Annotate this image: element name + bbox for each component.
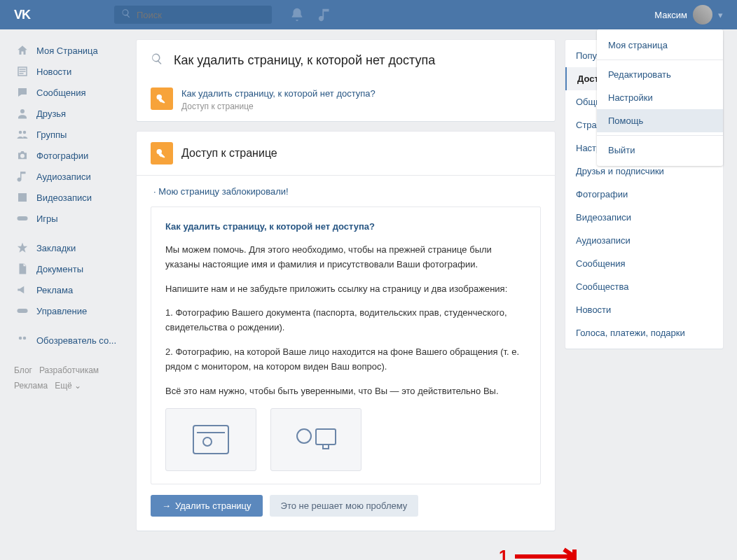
- divider: [597, 59, 723, 60]
- nav-games[interactable]: Игры: [14, 208, 126, 229]
- nav-friends[interactable]: Друзья: [14, 103, 126, 124]
- article-p5: Всё это нам нужно, чтобы быть уверенными…: [165, 384, 526, 399]
- manage-icon: [15, 304, 29, 318]
- profile-menu-trigger[interactable]: Максим ▾: [654, 5, 723, 24]
- search-icon: [121, 8, 131, 21]
- article-p4: 2. Фотографию, на которой Ваше лицо нахо…: [165, 345, 526, 374]
- dropdown-logout[interactable]: Выйти: [597, 139, 723, 162]
- nav-groups[interactable]: Группы: [14, 124, 126, 145]
- nav-news[interactable]: Новости: [14, 61, 126, 82]
- bell-icon[interactable]: [289, 7, 305, 22]
- username: Максим: [654, 10, 687, 20]
- help-search-text[interactable]: Как удалить страницу, к которой нет дост…: [174, 53, 435, 68]
- dropdown-settings[interactable]: Настройки: [597, 86, 723, 109]
- vk-logo[interactable]: VK: [14, 8, 30, 22]
- article-heading: Как удалить страницу, к которой нет дост…: [165, 220, 526, 234]
- footer-dev[interactable]: Разработчикам: [39, 365, 99, 375]
- star-icon: [15, 241, 29, 255]
- key-icon: [151, 142, 173, 164]
- nav-bookmarks[interactable]: Закладки: [14, 237, 126, 258]
- nav-my-page[interactable]: Моя Страница: [14, 40, 126, 61]
- blocked-link[interactable]: · Мою страницу заблокировали!: [153, 186, 541, 197]
- cat-photos[interactable]: Фотографии: [565, 183, 723, 206]
- delete-page-button[interactable]: →Удалить страницу: [151, 495, 263, 517]
- video-icon: [15, 190, 29, 204]
- nav-messages[interactable]: Сообщения: [14, 82, 126, 103]
- message-icon: [15, 85, 29, 99]
- key-icon: [151, 88, 173, 110]
- games-icon: [15, 211, 29, 225]
- article-p3: 1. Фотографию Вашего документа (паспорта…: [165, 306, 526, 335]
- groups-icon: [15, 127, 29, 141]
- nav-browser[interactable]: Обозреватель со...: [14, 330, 126, 351]
- home-icon: [15, 43, 29, 57]
- search-icon: [151, 52, 163, 68]
- search-card: Как удалить страницу, к которой нет дост…: [137, 40, 555, 121]
- article-p1: Мы можем помочь. Для этого необходимо, ч…: [165, 243, 526, 272]
- svg-rect-3: [316, 429, 336, 444]
- anno-arrow-1: [511, 545, 595, 560]
- article-p2: Напишите нам и не забудьте приложить ссы…: [165, 282, 526, 297]
- nav-manage[interactable]: Управление: [14, 300, 126, 321]
- nav-photos[interactable]: Фотографии: [14, 145, 126, 166]
- not-solved-button[interactable]: Это не решает мою проблему: [270, 495, 419, 517]
- top-header: VK Максим ▾: [0, 0, 737, 29]
- passport-image: [165, 408, 256, 471]
- divider: [597, 135, 723, 136]
- dropdown-edit[interactable]: Редактировать: [597, 63, 723, 86]
- document-icon: [15, 262, 29, 276]
- cat-messages[interactable]: Сообщения: [565, 252, 723, 275]
- nav-ads[interactable]: Реклама: [14, 279, 126, 300]
- left-nav: Моя Страница Новости Сообщения Друзья Гр…: [14, 40, 126, 541]
- profile-dropdown: Моя страница Редактировать Настройки Пом…: [597, 29, 723, 166]
- header-search[interactable]: [114, 6, 272, 24]
- cat-audio[interactable]: Аудиозаписи: [565, 229, 723, 252]
- section-title: Доступ к странице: [181, 147, 277, 160]
- search-input[interactable]: [137, 10, 265, 20]
- camera-icon: [15, 148, 29, 162]
- section-card: Доступ к странице · Мою страницу заблоки…: [137, 132, 555, 531]
- people-icon: [15, 333, 29, 347]
- avatar: [693, 5, 712, 24]
- result-sub: Доступ к странице: [181, 102, 376, 111]
- friends-icon: [15, 106, 29, 120]
- news-icon: [15, 64, 29, 78]
- svg-point-1: [203, 438, 212, 446]
- cat-payments[interactable]: Голоса, платежи, подарки: [565, 321, 723, 344]
- audio-icon: [15, 169, 29, 183]
- search-result[interactable]: Как удалить страницу, к которой нет дост…: [137, 80, 555, 121]
- svg-point-2: [297, 429, 311, 443]
- megaphone-icon: [15, 283, 29, 297]
- footer-more[interactable]: Ещё ⌄: [55, 381, 81, 391]
- cat-video[interactable]: Видеозаписи: [565, 206, 723, 229]
- anno-num-1: 1: [499, 547, 508, 560]
- selfie-monitor-image: [270, 408, 361, 471]
- dropdown-my-page[interactable]: Моя страница: [597, 34, 723, 57]
- nav-documents[interactable]: Документы: [14, 258, 126, 279]
- footer-blog[interactable]: Блог: [14, 365, 32, 375]
- music-icon[interactable]: [317, 7, 333, 22]
- header-icons: [289, 7, 333, 22]
- cat-communities[interactable]: Сообщества: [565, 275, 723, 298]
- article: Как удалить страницу, к которой нет дост…: [151, 206, 541, 484]
- chevron-down-icon: ▾: [718, 10, 723, 20]
- footer-ads[interactable]: Реклама: [14, 381, 48, 391]
- nav-audio[interactable]: Аудиозаписи: [14, 166, 126, 187]
- footer-links: БлогРазработчикам РекламаЕщё ⌄: [14, 363, 126, 393]
- dropdown-help[interactable]: Помощь: [597, 109, 723, 132]
- cat-news[interactable]: Новости: [565, 298, 723, 321]
- nav-video[interactable]: Видеозаписи: [14, 187, 126, 208]
- result-title: Как удалить страницу, к которой нет дост…: [181, 88, 376, 100]
- arrow-right-icon: →: [162, 500, 171, 511]
